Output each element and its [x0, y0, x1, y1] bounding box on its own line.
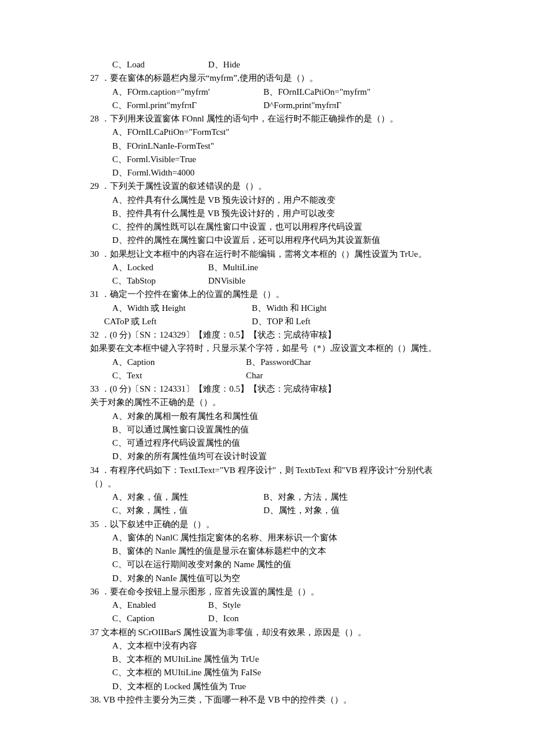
option-c: C、对象，属性，值 — [112, 504, 263, 517]
q37-a: A、文本框中没有内容 — [90, 639, 454, 653]
option-a: A、对象，值，属性 — [112, 490, 263, 504]
option-c: C、控件的属性既可以在属性窗口中设置，也可以用程序代码设置 — [112, 220, 362, 234]
q34-row1: A、对象，值，属性 B、对象，方法，属性 — [90, 490, 454, 504]
q38-stem: 38. VB 中控件主要分为三类，下面哪一种不是 VB 中的控件类（）。 — [90, 693, 454, 707]
option-c: C、文本框的 MUItiLine 属性值为 FaISe — [112, 666, 261, 679]
option-b: B、PasswordChar — [246, 356, 311, 369]
q32-row1: A、Caption B、PasswordChar — [90, 356, 454, 369]
q29-a: A、控件具有什么属性是 VB 预先设计好的，用户不能改变 — [90, 194, 454, 207]
q37-b: B、文本框的 MUItiLine 属性值为 TrUe — [90, 653, 454, 666]
q33-b: B、可以通过属性窗口设置属性的值 — [90, 423, 454, 436]
option-d: D、TOP 和 Left — [252, 315, 311, 328]
option-a: A、控件具有什么属性是 VB 预先设计好的，用户不能改变 — [112, 194, 336, 207]
q28-stem: 28 ．下列用来设置窗体 FOnnl 属性的语句中，在运行时不能正确操作的是（）… — [90, 112, 454, 126]
option-a: A、FOrm.caption="myfrm' — [112, 85, 263, 99]
q33-meta: 33 ．(0 分)〔SN：124331〕【难度：0.5】【状态：完成待审核】 — [90, 382, 454, 396]
q28-d: D、Forml.Width=4000 — [90, 166, 454, 180]
option-a: A、Locked — [112, 261, 208, 274]
option-c: C、Caption — [112, 612, 208, 625]
q27-stem: 27 ．要在窗体的标题栏内显示“myfrm”,使用的语句是（）。 — [90, 71, 454, 85]
q34-row2: C、对象，属性，值 D、属性，对象，值 — [90, 504, 454, 517]
q32-stem: 如果要在文本框中键入字符时，只显示某个字符，如星号（*）,应设置文本框的（）属性… — [90, 342, 454, 355]
option-a: A、对象的属相一般有属性名和属性值 — [112, 410, 258, 423]
q35-stem: 35 ．以下叙述中正确的是（）。 — [90, 518, 454, 531]
q31-row1: A、Width 或 Height B、Width 和 HCight — [90, 302, 454, 315]
option-b: B、控件具有什么属性是 VB 预先设计好的，用户可以改变 — [112, 207, 335, 220]
q28-b: B、FOrinLNanIe-FormTest" — [90, 139, 454, 153]
q29-c: C、控件的属性既可以在属性窗口中设置，也可以用程序代码设置 — [90, 220, 454, 234]
q35-c: C、可以在运行期间改变对象的 Name 属性的值 — [90, 558, 454, 571]
q30-row1: A、Locked B、MultiLine — [90, 261, 454, 274]
option-c: C、Text — [112, 369, 246, 382]
option-b: B、MultiLine — [208, 261, 258, 274]
option-d: D、对象的所有属性值均可在设计时设置 — [112, 450, 267, 463]
option-d: D、属性，对象，值 — [263, 504, 340, 517]
q29-d: D、控件的属性在属性窗口中设置后，还可以用程序代码为其设置新值 — [90, 234, 454, 247]
option-b: B、Width 和 HCight — [252, 302, 327, 315]
option-d: D、Hide — [208, 58, 240, 71]
option-d: D、控件的属性在属性窗口中设置后，还可以用程序代码为其设置新值 — [112, 234, 380, 247]
option-a: A、Enabled — [112, 599, 208, 612]
q35-a: A、窗体的 NanlC 属性指定窗体的名称、用来标识一个窗体 — [90, 531, 454, 544]
q34-stem: 34 ．有程序代码如下：TextLText="VB 程序设计"，则 TextbT… — [90, 464, 454, 491]
option-c: C、Forml.Visible=True — [112, 153, 196, 166]
option-c: C、可以在运行期间改变对象的 Name 属性的值 — [112, 558, 291, 571]
option-c: C、可通过程序代码设置属性的值 — [112, 436, 240, 450]
option-d: Char — [246, 369, 263, 382]
option-a: A、Caption — [112, 356, 246, 369]
q35-b: B、窗体的 Nanle 属性的值是显示在窗体标题栏中的文本 — [90, 544, 454, 558]
option-b: B、对象，方法，属性 — [263, 490, 348, 504]
q33-d: D、对象的所有属性值均可在设计时设置 — [90, 450, 454, 463]
option-d: D、对象的 NanIe 属性值可以为空 — [112, 572, 240, 585]
q28-c: C、Forml.Visible=True — [90, 153, 454, 166]
option-d: D、Forml.Width=4000 — [112, 166, 195, 180]
q30-row2: C、TabStop DNVisible — [90, 274, 454, 288]
option-d: D^Form,print"myfrπΓ — [263, 99, 341, 112]
option-d: D、Icon — [208, 612, 239, 625]
q30-stem: 30 ．如果想让文本框中的内容在运行时不能编辑，需将文本框的（）属性设置为 Tr… — [90, 248, 454, 261]
q37-c: C、文本框的 MUItiLine 属性值为 FaISe — [90, 666, 454, 679]
option-b: B、窗体的 Nanle 属性的值是显示在窗体标题栏中的文本 — [112, 544, 326, 558]
q37-d: D、文本框的 Locked 属性值为 True — [90, 680, 454, 693]
q36-row2: C、Caption D、Icon — [90, 612, 454, 625]
q36-stem: 36 ．要在命令按钮上显示图形，应首先设置的属性是（）。 — [90, 585, 454, 599]
option-d: DNVisible — [208, 274, 245, 288]
q29-stem: 29 ．下列关于属性设置的叙述错误的是（）。 — [90, 180, 454, 193]
option-a: A、文本框中没有内容 — [112, 639, 197, 653]
option-c: C、TabStop — [112, 274, 208, 288]
q35-d: D、对象的 NanIe 属性值可以为空 — [90, 572, 454, 585]
option-b: B、Style — [208, 599, 241, 612]
option-b: B、可以通过属性窗口设置属性的值 — [112, 423, 249, 436]
option-b: B、FOrinLNanIe-FormTest" — [112, 139, 214, 153]
q33-stem: 关于对象的属性不正确的是（）。 — [90, 396, 454, 409]
option-c: C、Load — [112, 58, 208, 71]
option-a: A、窗体的 NanlC 属性指定窗体的名称、用来标识一个窗体 — [112, 531, 338, 544]
option-b: B、文本框的 MUItiLine 属性值为 TrUe — [112, 653, 259, 666]
q31-row2: CAToP 或 Left D、TOP 和 Left — [90, 315, 454, 328]
q32-meta: 32 ．(0 分)〔SN：124329〕【难度：0.5】【状态：完成待审核】 — [90, 328, 454, 342]
q26-options: C、Load D、Hide — [90, 58, 454, 71]
option-b: B、FOrnILCaPtiOn="myfrm" — [263, 85, 370, 99]
q33-a: A、对象的属相一般有属性名和属性值 — [90, 410, 454, 423]
option-a: A、Width 或 Height — [112, 302, 252, 315]
q31-stem: 31 ．确定一个控件在窗体上的位置的属性是（）。 — [90, 288, 454, 301]
option-d: D、文本框的 Locked 属性值为 True — [112, 680, 246, 693]
q27-row2: C、Forml.print"myfrπΓ D^Form,print"myfrπΓ — [90, 99, 454, 112]
q36-row1: A、Enabled B、Style — [90, 599, 454, 612]
option-a: A、FOrnILCaPtiOn="FormTcst" — [112, 126, 229, 139]
q32-row2: C、Text Char — [90, 369, 454, 382]
option-c: CAToP 或 Left — [104, 315, 252, 328]
option-c: C、Forml.print"myfrπΓ — [112, 99, 263, 112]
q33-c: C、可通过程序代码设置属性的值 — [90, 436, 454, 450]
q27-row1: A、FOrm.caption="myfrm' B、FOrnILCaPtiOn="… — [90, 85, 454, 99]
q28-a: A、FOrnILCaPtiOn="FormTcst" — [90, 126, 454, 139]
q37-stem: 37 文本框的 SCrOIIBarS 属性设置为非零值，却没有效果，原因是（）。 — [90, 626, 454, 639]
q29-b: B、控件具有什么属性是 VB 预先设计好的，用户可以改变 — [90, 207, 454, 220]
